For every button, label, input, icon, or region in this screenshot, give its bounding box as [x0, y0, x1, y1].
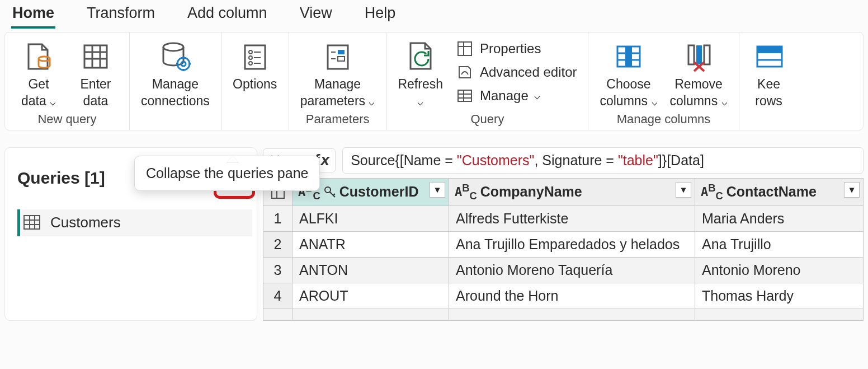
- enter-data-icon: [77, 38, 114, 75]
- svg-rect-22: [338, 57, 345, 61]
- group-label-query: Query: [471, 112, 504, 127]
- data-grid: ABC CustomerID ▾ ABC CompanyName ▾ ABC C…: [263, 178, 864, 321]
- manage-parameters-icon: [319, 38, 356, 75]
- group-connections: Manage connections .: [130, 32, 221, 130]
- key-icon: [324, 186, 336, 198]
- svg-rect-21: [338, 50, 345, 54]
- svg-line-54: [333, 194, 335, 195]
- manage-icon: [455, 86, 474, 105]
- manage-parameters-button[interactable]: Manage parameters ⌵: [300, 36, 375, 110]
- tab-view[interactable]: View: [299, 4, 333, 29]
- text-type-icon: ABC: [701, 182, 723, 202]
- svg-rect-33: [625, 46, 632, 67]
- queries-pane-title: Queries [1]: [17, 169, 105, 188]
- group-label-manage-columns: Manage columns: [617, 112, 711, 127]
- svg-rect-42: [757, 46, 782, 53]
- svg-rect-44: [24, 216, 40, 229]
- advanced-editor-button[interactable]: Advanced editor: [455, 63, 577, 82]
- col-filter-customerid[interactable]: ▾: [430, 182, 445, 198]
- tab-home[interactable]: Home: [11, 4, 55, 29]
- formula-bar: ✕ ✓ ƒx Source{[Name = "Customers", Signa…: [263, 147, 864, 174]
- svg-point-14: [249, 50, 252, 54]
- tooltip-collapse-pane: Collapse the queries pane: [134, 156, 320, 191]
- svg-rect-38: [704, 45, 710, 64]
- table-icon: [22, 213, 43, 233]
- group-reduce-rows: Kee rows .: [739, 32, 787, 130]
- svg-rect-36: [688, 45, 694, 64]
- manage-query-button[interactable]: Manage ⌵: [455, 86, 577, 105]
- group-label-parameters: Parameters: [306, 112, 370, 127]
- col-header-contactname[interactable]: ABC ContactName ▾: [695, 179, 863, 205]
- table-row[interactable]: [263, 309, 863, 320]
- table-row[interactable]: 3 ANTON Antonio Moreno Taquería Antonio …: [263, 258, 863, 283]
- svg-point-6: [163, 43, 183, 51]
- refresh-button[interactable]: Refresh⌵: [398, 36, 443, 110]
- ribbon-tabs: Home Transform Add column View Help: [0, 0, 868, 29]
- svg-rect-37: [696, 45, 702, 64]
- properties-icon: [455, 39, 474, 58]
- group-options: Options .: [221, 32, 289, 130]
- keep-rows-icon: [751, 38, 787, 75]
- ribbon: Get data ⌵ Enter data New query: [4, 32, 864, 130]
- query-item-customers[interactable]: Customers: [17, 209, 252, 236]
- properties-button[interactable]: Properties: [455, 39, 577, 58]
- group-manage-columns: Choose columns ⌵ Remove columns ⌵ Manage…: [588, 32, 739, 130]
- advanced-editor-icon: [455, 63, 474, 82]
- refresh-icon: [402, 38, 439, 75]
- manage-connections-button[interactable]: Manage connections: [141, 36, 210, 110]
- col-header-companyname[interactable]: ABC CompanyName ▾: [449, 179, 695, 205]
- svg-point-18: [249, 62, 252, 65]
- svg-point-16: [249, 56, 252, 59]
- remove-columns-icon: [680, 38, 717, 75]
- svg-rect-25: [458, 42, 471, 55]
- remove-columns-button[interactable]: Remove columns ⌵: [670, 36, 728, 110]
- manage-connections-icon: [157, 38, 194, 75]
- options-icon: [237, 38, 273, 75]
- svg-rect-1: [84, 45, 107, 68]
- get-data-icon: [20, 38, 57, 75]
- get-data-button[interactable]: Get data ⌵: [16, 36, 61, 110]
- col-filter-companyname[interactable]: ▾: [676, 182, 691, 198]
- tab-transform[interactable]: Transform: [86, 4, 156, 29]
- enter-data-button[interactable]: Enter data: [73, 36, 118, 110]
- tab-help[interactable]: Help: [364, 4, 397, 29]
- table-row[interactable]: 1 ALFKI Alfreds Futterkiste Maria Anders: [263, 206, 863, 232]
- keep-rows-button[interactable]: Kee rows: [751, 36, 787, 110]
- query-mini-list: Properties Advanced editor Manage ⌵: [455, 36, 577, 105]
- svg-point-8: [181, 62, 186, 66]
- group-parameters: Manage parameters ⌵ Parameters: [289, 32, 387, 130]
- table-row[interactable]: 2 ANATR Ana Trujillo Emparedados y helad…: [263, 232, 863, 258]
- choose-columns-button[interactable]: Choose columns ⌵: [600, 36, 657, 110]
- choose-columns-icon: [610, 38, 647, 75]
- options-button[interactable]: Options: [233, 36, 277, 93]
- tab-addcolumn[interactable]: Add column: [186, 4, 268, 29]
- table-row[interactable]: 4 AROUT Around the Horn Thomas Hardy: [263, 283, 863, 309]
- group-query: Refresh⌵ Properties Advanced editor: [386, 32, 588, 130]
- group-new-query: Get data ⌵ Enter data New query: [5, 32, 130, 130]
- text-type-icon: ABC: [455, 182, 477, 202]
- group-label-new-query: New query: [37, 112, 96, 127]
- svg-rect-28: [458, 90, 471, 101]
- col-filter-contactname[interactable]: ▾: [844, 182, 860, 198]
- formula-input[interactable]: Source{[Name = "Customers", Signature = …: [342, 147, 864, 174]
